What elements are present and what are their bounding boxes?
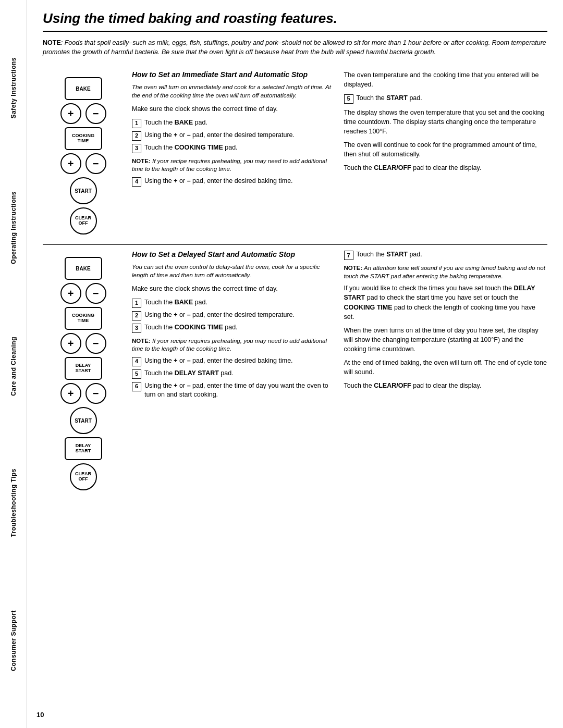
section2-steps: 1 Touch the BAKE pad. 2 Using the + or –…: [132, 298, 336, 333]
section2-note-start: NOTE: An attention tone will sound if yo…: [344, 264, 548, 280]
delay-start-pad-1[interactable]: DELAYSTART: [65, 357, 102, 380]
section1-steps: 1 Touch the BAKE pad. 2 Using the + or –…: [132, 118, 336, 153]
section1-body3: The oven will continue to cook for the p…: [344, 140, 548, 159]
step-2-6: 6 Using the + or – pad, enter the time o…: [132, 381, 336, 400]
main-content: Using the timed baking and roasting feat…: [27, 0, 563, 516]
section2-make-sure: Make sure the clock shows the correct ti…: [132, 285, 336, 294]
section2-step7: 7 Touch the START pad.: [344, 250, 548, 260]
bake-pad[interactable]: BAKE: [65, 77, 102, 100]
delay-start-pad-2[interactable]: DELAYSTART: [65, 437, 102, 460]
section2-content: How to Set a Delayed Start and Automatic…: [132, 250, 547, 492]
cooking-minus[interactable]: −: [85, 153, 106, 174]
cooking-plus-minus-row: + −: [60, 153, 106, 174]
bake-minus[interactable]: −: [85, 103, 106, 124]
section1-heading: How to Set an Immediate Start and Automa…: [132, 70, 336, 79]
start-pad-2[interactable]: START: [70, 407, 97, 434]
section1-intro: The oven will turn on immediately and co…: [132, 83, 336, 100]
section2-intro: You can set the oven control to delay-st…: [132, 263, 336, 279]
section1-content: How to Set an Immediate Start and Automa…: [132, 70, 547, 236]
note-body: Foods that spoil easily–such as milk, eg…: [43, 39, 546, 56]
section1-body2: The display shows the oven temperature t…: [344, 108, 548, 136]
top-note: NOTE: Foods that spoil easily–such as mi…: [43, 38, 547, 57]
keypad-diagram-1: BAKE + − COOKINGTIME + − START CLEAROFF: [43, 70, 124, 236]
section1-left: How to Set an Immediate Start and Automa…: [132, 70, 336, 236]
delay-plus[interactable]: +: [60, 383, 81, 404]
step-2-2: 2 Using the + or – pad, enter the desire…: [132, 311, 336, 320]
bake-pad-2[interactable]: BAKE: [65, 257, 102, 280]
step-2-3: 3 Touch the COOKING TIME pad.: [132, 323, 336, 333]
bake-plus-2[interactable]: +: [60, 283, 81, 304]
start-pad-1[interactable]: START: [70, 177, 97, 204]
cooking-plus-minus-row-2: + −: [60, 333, 106, 354]
clear-off-pad-2[interactable]: CLEAROFF: [70, 463, 97, 490]
section2-note-inline: NOTE: If your recipe requires preheating…: [132, 337, 336, 353]
sidebar-item-operating[interactable]: Operating Instructions: [10, 187, 17, 268]
section2-steps-cont: 4 Using the + or – pad, enter the desire…: [132, 356, 336, 400]
delay-minus[interactable]: −: [85, 383, 106, 404]
section1-body4: Touch the CLEAR/OFF pad to clear the dis…: [344, 163, 548, 172]
sidebar-item-safety[interactable]: Safety Instructions: [10, 53, 17, 123]
sidebar: Safety Instructions Operating Instructio…: [0, 0, 27, 728]
bake-plus-minus-row: + −: [60, 103, 106, 124]
section2-left: How to Set a Delayed Start and Automatic…: [132, 250, 336, 492]
delay-plus-minus-row: + −: [60, 383, 106, 404]
cooking-time-pad-2[interactable]: COOKINGTIME: [65, 307, 102, 330]
section2-heading: How to Set a Delayed Start and Automatic…: [132, 250, 336, 258]
section2-body1: If you would like to check the times you…: [344, 283, 548, 322]
section2-right: 7 Touch the START pad. NOTE: An attentio…: [344, 250, 548, 492]
step-2-7: 7 Touch the START pad.: [344, 250, 548, 260]
section-immediate-start: BAKE + − COOKINGTIME + − START CLEAROFF …: [43, 65, 547, 245]
step-1-4: 4 Using the + or – pad, enter the desire…: [132, 177, 336, 187]
sidebar-item-troubleshooting[interactable]: Troubleshooting Tips: [10, 464, 17, 541]
step-2-1: 1 Touch the BAKE pad.: [132, 298, 336, 308]
step-1-2: 2 Using the + or – pad, enter the desire…: [132, 131, 336, 141]
section1-body1: The oven temperature and the cooking tim…: [344, 70, 548, 89]
cooking-plus[interactable]: +: [60, 153, 81, 174]
section2-body3: At the end of timed baking, the oven wil…: [344, 358, 548, 377]
sidebar-item-care[interactable]: Care and Cleaning: [10, 332, 17, 400]
bake-plus-minus-row-2: + −: [60, 283, 106, 304]
section1-note-inline: NOTE: If your recipe requires preheating…: [132, 157, 336, 174]
cooking-time-pad-1[interactable]: COOKINGTIME: [65, 127, 102, 150]
section2-body2: When the oven turns on at the time of da…: [344, 326, 548, 354]
step-2-4: 4 Using the + or – pad, enter the desire…: [132, 356, 336, 366]
step-1-5: 5 Touch the START pad.: [344, 94, 548, 104]
sidebar-item-consumer[interactable]: Consumer Support: [10, 606, 17, 675]
section1-steps-cont: 4 Using the + or – pad, enter the desire…: [132, 177, 336, 187]
step-2-5: 5 Touch the DELAY START pad.: [132, 369, 336, 379]
page-number: 10: [36, 711, 44, 719]
keypad-diagram-2: BAKE + − COOKINGTIME + − DELAYSTART + − …: [43, 250, 124, 492]
step-1-3: 3 Touch the COOKING TIME pad.: [132, 143, 336, 153]
cooking-plus-2[interactable]: +: [60, 333, 81, 354]
clear-off-pad-1[interactable]: CLEAROFF: [70, 207, 97, 235]
cooking-minus-2[interactable]: −: [85, 333, 106, 354]
bake-minus-2[interactable]: −: [85, 283, 106, 304]
bake-plus[interactable]: +: [60, 103, 81, 124]
note-label: NOTE: [43, 39, 61, 46]
section-delayed-start: BAKE + − COOKINGTIME + − DELAYSTART + − …: [43, 245, 547, 500]
page-title: Using the timed baking and roasting feat…: [43, 10, 547, 32]
section1-right: The oven temperature and the cooking tim…: [344, 70, 548, 236]
section1-step5: 5 Touch the START pad.: [344, 94, 548, 104]
section2-body4: Touch the CLEAR/OFF pad to clear the dis…: [344, 381, 548, 390]
step-1-1: 1 Touch the BAKE pad.: [132, 118, 336, 128]
section1-make-sure: Make sure the clock shows the correct ti…: [132, 105, 336, 114]
